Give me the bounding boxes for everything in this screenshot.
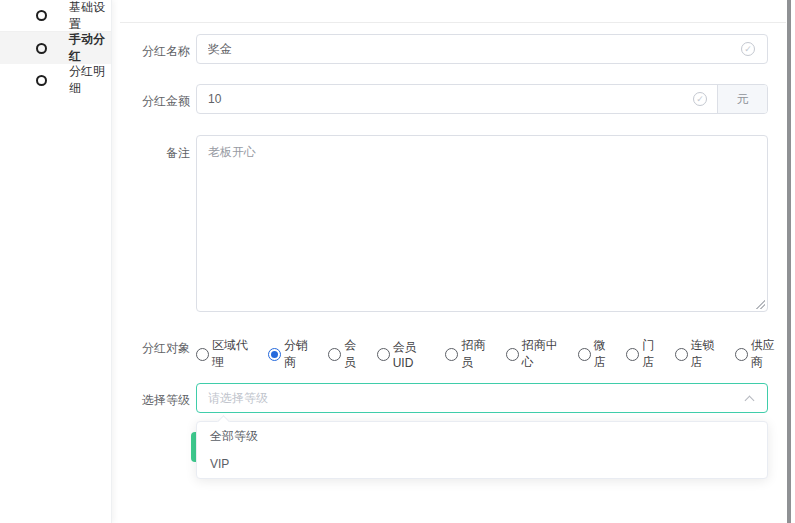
form-panel: 分红名称 ✓ 分红金额 ✓ 元 备注 老板开心 分红对象 bbox=[112, 0, 786, 523]
radio-option[interactable]: 会员 bbox=[328, 337, 367, 371]
radio-option[interactable]: 招商员 bbox=[445, 337, 496, 371]
sidebar: 基础设置 手动分红 分红明细 bbox=[0, 0, 112, 523]
amount-input-box: ✓ 元 bbox=[196, 84, 768, 114]
radio-icon bbox=[506, 348, 519, 361]
radio-icon bbox=[196, 348, 209, 361]
remark-textarea[interactable]: 老板开心 bbox=[197, 136, 767, 311]
radio-option[interactable]: 门店 bbox=[626, 337, 665, 371]
remark-label: 备注 bbox=[120, 145, 190, 162]
sidebar-item-label: 基础设置 bbox=[69, 0, 111, 33]
panel-divider bbox=[120, 22, 786, 23]
sidebar-item-basic-settings[interactable]: 基础设置 bbox=[0, 0, 111, 32]
name-input-box: ✓ bbox=[196, 34, 768, 64]
target-radio-group: 区域代理 分销商 会员 会员UID 招商员 招商中心 bbox=[196, 337, 786, 371]
radio-option-selected[interactable]: 分销商 bbox=[268, 337, 319, 371]
amount-input[interactable] bbox=[197, 85, 717, 113]
radio-icon bbox=[626, 348, 639, 361]
radio-option[interactable]: 供应商 bbox=[735, 337, 786, 371]
dropdown-option[interactable]: VIP bbox=[197, 450, 767, 478]
radio-option[interactable]: 连锁店 bbox=[675, 337, 726, 371]
radio-icon bbox=[328, 348, 341, 361]
level-select[interactable] bbox=[196, 383, 768, 413]
radio-icon bbox=[578, 348, 591, 361]
check-circle-icon: ✓ bbox=[693, 92, 707, 106]
circle-icon bbox=[36, 10, 47, 21]
radio-option[interactable]: 微店 bbox=[578, 337, 617, 371]
radio-icon bbox=[675, 348, 688, 361]
radio-checked-icon bbox=[268, 348, 281, 361]
amount-label: 分红金额 bbox=[120, 93, 190, 110]
sidebar-item-label: 手动分红 bbox=[69, 31, 111, 65]
dropdown-option[interactable]: 全部等级 bbox=[197, 422, 767, 450]
sidebar-item-dividend-detail[interactable]: 分红明细 bbox=[0, 64, 111, 96]
level-dropdown: 全部等级 VIP bbox=[196, 421, 768, 479]
level-label: 选择等级 bbox=[120, 392, 190, 409]
radio-icon bbox=[735, 348, 748, 361]
circle-icon bbox=[36, 75, 47, 86]
radio-icon bbox=[377, 348, 390, 361]
radio-icon bbox=[445, 348, 458, 361]
radio-option[interactable]: 会员UID bbox=[377, 339, 437, 370]
radio-option[interactable]: 区域代理 bbox=[196, 337, 259, 371]
sidebar-item-manual-dividend[interactable]: 手动分红 bbox=[0, 32, 111, 64]
page: 基础设置 手动分红 分红明细 分红名称 ✓ 分红金额 ✓ bbox=[0, 0, 795, 523]
circle-icon bbox=[36, 43, 47, 54]
scrollbar[interactable] bbox=[787, 0, 791, 523]
radio-option[interactable]: 招商中心 bbox=[506, 337, 569, 371]
target-label: 分红对象 bbox=[120, 340, 190, 357]
name-label: 分红名称 bbox=[120, 43, 190, 60]
amount-unit: 元 bbox=[717, 85, 767, 113]
name-input[interactable] bbox=[197, 35, 767, 63]
level-select-input[interactable] bbox=[197, 384, 767, 412]
check-circle-icon: ✓ bbox=[741, 42, 755, 56]
sidebar-item-label: 分红明细 bbox=[69, 63, 111, 97]
remark-box: 老板开心 bbox=[196, 135, 768, 312]
amount-input-wrap: ✓ bbox=[197, 85, 717, 113]
